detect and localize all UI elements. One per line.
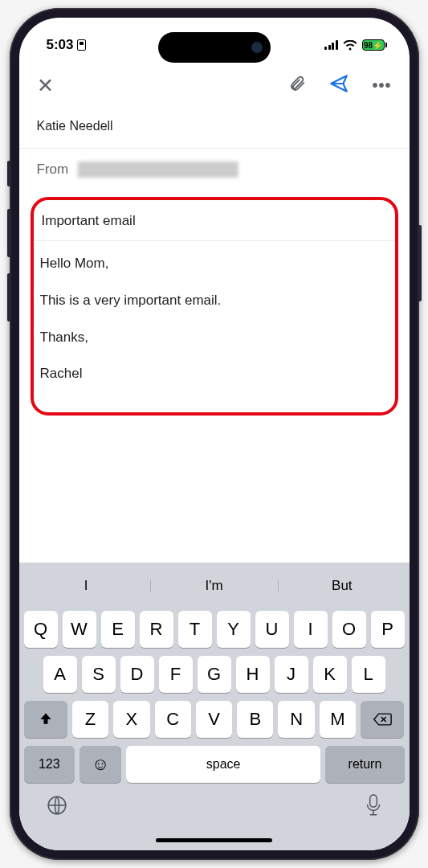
key-i[interactable]: I	[294, 611, 328, 648]
keyboard-footer	[22, 783, 406, 825]
key-c[interactable]: C	[155, 701, 191, 738]
side-button-vol-up	[7, 209, 11, 257]
key-u[interactable]: U	[255, 611, 289, 648]
key-y[interactable]: Y	[217, 611, 251, 648]
key-z[interactable]: Z	[72, 701, 108, 738]
suggestion-bar: I I'm But	[22, 569, 406, 603]
screen: 5:03 98⚡ ✕	[19, 18, 410, 850]
from-label: From	[37, 162, 69, 178]
recipient-field[interactable]: Katie Needell	[19, 108, 410, 148]
key-g[interactable]: G	[198, 656, 231, 693]
home-indicator-area	[19, 829, 410, 850]
annotation-highlight-box: Important email Hello Mom, This is a ver…	[31, 197, 398, 416]
divider	[34, 240, 395, 241]
numbers-key[interactable]: 123	[24, 746, 75, 783]
cellular-signal-icon	[324, 40, 338, 50]
key-p[interactable]: P	[371, 611, 405, 648]
recipient-name: Katie Needell	[37, 119, 113, 133]
key-row-3: Z X C V B N M	[22, 701, 406, 738]
key-m[interactable]: M	[320, 701, 356, 738]
send-icon[interactable]	[328, 73, 349, 97]
portrait-lock-icon	[77, 39, 86, 51]
compose-toolbar: ✕ •••	[19, 63, 410, 108]
key-r[interactable]: R	[140, 611, 173, 648]
shift-key[interactable]	[24, 701, 67, 738]
from-address-redacted	[78, 162, 238, 178]
attachment-icon[interactable]	[288, 75, 306, 96]
key-w[interactable]: W	[63, 611, 96, 648]
body-line: Rachel	[40, 364, 389, 383]
body-line: Thanks,	[40, 328, 389, 347]
emoji-key[interactable]: ☺	[79, 746, 121, 783]
battery-indicator: 98⚡	[362, 39, 387, 51]
key-k[interactable]: K	[313, 656, 347, 693]
wifi-icon	[343, 40, 357, 51]
key-x[interactable]: X	[113, 701, 149, 738]
subject-text: Important email	[42, 213, 136, 228]
phone-frame: 5:03 98⚡ ✕	[10, 8, 419, 860]
from-field[interactable]: From	[19, 149, 410, 190]
key-row-2: A S D F G H J K L	[22, 656, 406, 693]
status-time: 5:03	[47, 37, 74, 53]
side-button-power	[418, 225, 422, 301]
key-row-1: Q W E R T Y U I O P	[22, 611, 406, 648]
body-line: This is a very important email.	[40, 291, 389, 310]
dynamic-island	[158, 32, 271, 63]
key-t[interactable]: T	[178, 611, 212, 648]
suggestion[interactable]: I	[22, 578, 150, 594]
space-key[interactable]: space	[126, 746, 320, 783]
key-a[interactable]: A	[43, 656, 77, 693]
home-indicator[interactable]	[156, 838, 272, 842]
keyboard: I I'm But Q W E R T Y U I O P A S D F	[19, 563, 410, 829]
backspace-key[interactable]	[361, 701, 404, 738]
key-v[interactable]: V	[196, 701, 232, 738]
return-key[interactable]: return	[325, 746, 404, 783]
svg-rect-1	[369, 795, 377, 807]
close-icon[interactable]: ✕	[37, 74, 54, 97]
globe-icon[interactable]	[47, 795, 67, 819]
suggestion[interactable]: I'm	[150, 578, 278, 594]
side-button-vol-down	[7, 273, 11, 321]
key-row-4: 123 ☺ space return	[22, 746, 406, 783]
key-l[interactable]: L	[352, 656, 385, 693]
key-e[interactable]: E	[101, 611, 135, 648]
subject-field[interactable]: Important email	[40, 210, 389, 240]
side-button-silence	[7, 161, 11, 186]
key-n[interactable]: N	[278, 701, 314, 738]
battery-pct: 98	[364, 41, 373, 50]
key-o[interactable]: O	[332, 611, 366, 648]
more-icon[interactable]: •••	[372, 76, 391, 95]
microphone-icon[interactable]	[365, 794, 382, 820]
key-d[interactable]: D	[120, 656, 154, 693]
camera-lens	[251, 42, 263, 53]
key-s[interactable]: S	[82, 656, 116, 693]
key-q[interactable]: Q	[24, 611, 58, 648]
key-j[interactable]: J	[275, 656, 308, 693]
body-field[interactable]: Hello Mom, This is a very important emai…	[40, 254, 389, 383]
key-b[interactable]: B	[237, 701, 273, 738]
key-f[interactable]: F	[159, 656, 193, 693]
suggestion[interactable]: But	[278, 578, 406, 594]
key-h[interactable]: H	[236, 656, 270, 693]
body-line: Hello Mom,	[40, 254, 389, 273]
